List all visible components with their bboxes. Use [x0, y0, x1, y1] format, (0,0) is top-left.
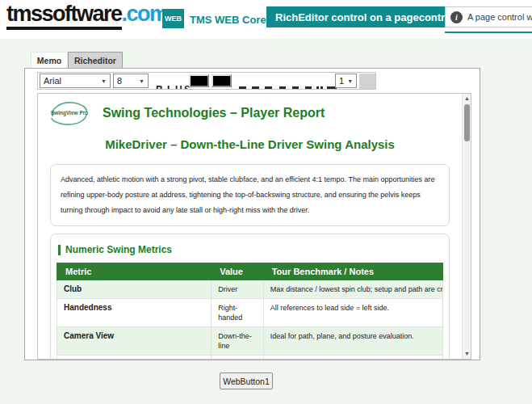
- tab-memo[interactable]: Memo: [31, 52, 68, 69]
- cell-metric: Handedness: [57, 299, 212, 327]
- outdent-icon[interactable]: [320, 86, 323, 90]
- cell-notes: Changes can be more subtle and feel-orie…: [263, 356, 442, 360]
- report-title: Swing Technologies – Player Report: [103, 106, 325, 120]
- scroll-down-icon[interactable]: ▼: [463, 350, 471, 358]
- info-icon: i: [450, 11, 463, 23]
- site-header: tmssoftware.com WEB TMS WEB Core RichEdi…: [0, 0, 532, 39]
- richeditor-toolbar: Arial ▼ 8 ▼ B I U S 1 ▼: [37, 72, 376, 90]
- font-size-value: 8: [117, 76, 122, 86]
- list-level-value: 1: [339, 76, 344, 86]
- cell-metric: Skill Level: [57, 356, 212, 360]
- table-row: Handedness Right-handed All references t…: [57, 299, 443, 327]
- numbered-list-icon[interactable]: [305, 86, 312, 90]
- richeditor-canvas[interactable]: SwingView Pro Swing Technologies – Playe…: [37, 93, 471, 360]
- cell-notes: All references to lead side = left side.: [263, 299, 442, 327]
- report-subtitle: MikeDriver – Down-the-Line Driver Swing …: [46, 137, 454, 151]
- highlight-color-swatch[interactable]: [212, 74, 232, 87]
- scrollbar-thumb[interactable]: [464, 104, 470, 141]
- web-button-1[interactable]: WebButton1: [220, 372, 273, 389]
- metrics-section: Numeric Swing Metrics Metric Value Tour …: [50, 234, 450, 360]
- font-family-value: Arial: [44, 76, 61, 86]
- text-color-swatch[interactable]: [189, 74, 209, 87]
- table-row: Camera View Down-the-line Ideal for path…: [57, 327, 443, 356]
- cell-notes: Max distance / lowest spin club; setup a…: [263, 280, 442, 299]
- underline-icon[interactable]: U: [175, 84, 182, 90]
- logo-caption: SwingView Pro: [48, 110, 91, 116]
- tmssoftware-logo[interactable]: tmssoftware.com: [6, 2, 168, 27]
- align-right-icon[interactable]: [265, 86, 272, 90]
- product-name: TMS WEB Core: [190, 14, 266, 26]
- swing-metrics-table: Metric Value Tour Benchmark / Notes Club…: [57, 263, 443, 360]
- cell-value: Down-the-line: [212, 327, 264, 356]
- font-family-select[interactable]: Arial ▼: [40, 74, 111, 88]
- swingview-pro-logo: SwingView Pro: [48, 99, 91, 128]
- bullet-list-icon[interactable]: [292, 86, 299, 90]
- cell-metric: Camera View: [57, 327, 212, 356]
- cell-metric: Club: [57, 280, 212, 299]
- scroll-up-icon[interactable]: ▲: [463, 95, 471, 103]
- list-level-select[interactable]: 1 ▼: [335, 74, 357, 88]
- document-header: SwingView Pro Swing Technologies – Playe…: [48, 99, 454, 128]
- editor-vertical-scrollbar[interactable]: ▲ ▼: [462, 94, 471, 359]
- cell-notes: Ideal for path, plane, and posture evalu…: [263, 327, 442, 356]
- cell-value: Driver: [212, 280, 264, 299]
- table-header-row: Metric Value Tour Benchmark / Notes: [57, 263, 443, 280]
- toolbar-disabled-block: [359, 74, 375, 90]
- section-title: Numeric Swing Metrics: [65, 244, 172, 255]
- info-box[interactable]: i A page control with: [445, 6, 532, 27]
- info-text: A page control with: [467, 12, 532, 22]
- align-left-icon[interactable]: [239, 86, 246, 90]
- document-content: SwingView Pro Swing Technologies – Playe…: [38, 94, 462, 359]
- demo-title-button[interactable]: RichEditor control on a pagecontrol: [266, 6, 463, 27]
- align-center-icon[interactable]: [252, 86, 259, 90]
- bold-icon[interactable]: B: [156, 84, 163, 90]
- column-header-value: Value: [212, 263, 264, 280]
- indent-icon[interactable]: [316, 86, 319, 90]
- column-header-notes: Tour Benchmark / Notes: [263, 263, 442, 280]
- justify-icon[interactable]: [279, 86, 286, 90]
- pagecontrol-panel: Arial ▼ 8 ▼ B I U S 1 ▼: [24, 68, 480, 360]
- chevron-down-icon: ▼: [101, 78, 107, 84]
- logo-text-black: tmssoftware: [6, 2, 122, 30]
- logo-text-blue: com: [127, 2, 168, 26]
- italic-icon[interactable]: I: [167, 84, 170, 90]
- section-accent-bar: [58, 245, 61, 255]
- cell-value: Right-handed: [212, 299, 264, 327]
- font-size-select[interactable]: 8 ▼: [113, 74, 149, 88]
- cell-value: Advanced (0–9): [212, 356, 264, 360]
- chevron-down-icon: ▼: [347, 78, 353, 84]
- summary-paragraph: Advanced, athletic motion with a strong …: [50, 164, 450, 226]
- column-header-metric: Metric: [57, 263, 212, 280]
- web-core-badge-icon: WEB: [162, 9, 184, 28]
- chevron-down-icon: ▼: [139, 78, 145, 84]
- tab-richeditor[interactable]: Richeditor: [68, 52, 123, 69]
- section-heading: Numeric Swing Metrics: [58, 244, 443, 255]
- table-row: Skill Level Advanced (0–9) Changes can b…: [57, 356, 443, 360]
- info-underline: [445, 32, 532, 33]
- table-row: Club Driver Max distance / lowest spin c…: [57, 280, 443, 299]
